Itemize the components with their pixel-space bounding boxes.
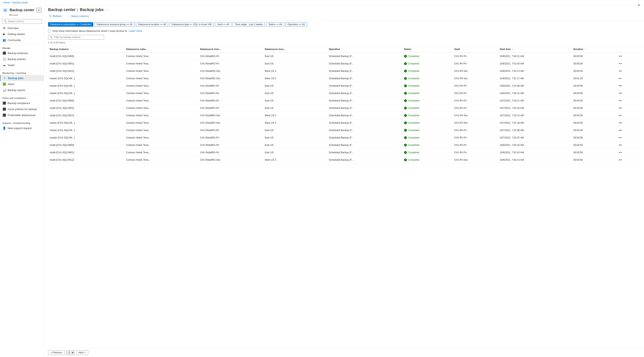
page-select[interactable]: 123456	[66, 350, 74, 355]
row-more-button[interactable]: •••	[618, 150, 623, 155]
sidebar-item-vaults[interactable]: ☁ Vaults	[0, 62, 44, 68]
sidebar-collapse-button[interactable]: «	[36, 8, 42, 13]
close-button[interactable]: ×	[638, 3, 640, 8]
filter-pill-vault[interactable]: Vault == All	[215, 22, 231, 26]
sidebar-item-overview[interactable]: ⊞ Overview	[0, 25, 44, 31]
actions-cell[interactable]: •••	[616, 60, 640, 68]
sidebar-item-backup-jobs[interactable]: ≡ Backup jobs	[0, 75, 44, 81]
select-columns-button[interactable]: → Select columns	[66, 14, 90, 18]
actions-cell[interactable]: •••	[616, 112, 640, 119]
sidebar-item-azure-policies[interactable]: ⬛ Azure policies for backup	[0, 106, 44, 112]
row-more-button[interactable]: •••	[618, 143, 623, 147]
table-row[interactable]: msdb [CH1-SQLVM01]Contoso Hotels Tena...…	[48, 149, 640, 156]
refresh-button[interactable]: ↻ Refresh	[48, 14, 63, 18]
actions-cell[interactable]: •••	[616, 82, 640, 90]
sidebar-search-box[interactable]: 🔍	[2, 19, 42, 24]
row-more-button[interactable]: •••	[618, 136, 623, 140]
actions-cell[interactable]: •••	[616, 127, 640, 134]
sidebar-item-getting-started[interactable]: ▶ Getting started	[0, 31, 44, 37]
sidebar-item-new-support-request[interactable]: 👤 New support request	[0, 125, 44, 131]
previous-page-button[interactable]: < Previous	[48, 350, 65, 355]
table-row[interactable]: msdb [CH1-SQLVM12]Contoso Hotels Tena...…	[48, 112, 640, 119]
actions-cell[interactable]: •••	[616, 104, 640, 112]
table-row[interactable]: msdb [CH1-SQLVM00]Contoso Hotels Tena...…	[48, 142, 640, 149]
table-row[interactable]: master [CH1-SQLVM...]Contoso Hotels Tena…	[48, 134, 640, 142]
datasource-reso-cell: CH1-RetailRG-Pri	[198, 104, 263, 112]
datasource-subs-cell: Contoso Hotels Tena...	[124, 104, 198, 112]
breadcrumb-current[interactable]: Backup center	[12, 1, 28, 4]
datasource-loca-cell: West US 2	[263, 68, 327, 75]
col-header-datasource-subs: Datasource subs...	[124, 46, 198, 52]
sidebar-item-backup-compliance[interactable]: ⬛ Backup compliance	[0, 100, 44, 106]
col-header-duration[interactable]: Duration ↑↓	[572, 46, 616, 52]
sidebar-search-input[interactable]	[8, 20, 40, 23]
table-row[interactable]: master [CH1-SQLVM...]Contoso Hotels Tena…	[48, 75, 640, 82]
actions-cell[interactable]: •••	[616, 134, 640, 142]
completed-icon: ✓	[404, 99, 407, 102]
row-more-button[interactable]: •••	[618, 98, 623, 103]
ellipsis-button[interactable]: ···	[105, 8, 108, 12]
actions-cell[interactable]: •••	[616, 75, 640, 82]
actions-cell[interactable]: •••	[616, 68, 640, 75]
table-row[interactable]: msdb [CH1-SQLVM12]Contoso Hotels Tena...…	[48, 156, 640, 164]
backup-instance-search-input[interactable]	[54, 36, 102, 38]
sidebar-item-community[interactable]: 👥 Community	[0, 37, 44, 43]
nav-divider	[0, 119, 44, 119]
sidebar-item-backup-policies[interactable]: 📋 Backup policies	[0, 56, 44, 62]
sort-icon: ↑↓	[512, 48, 514, 50]
row-more-button[interactable]: •••	[618, 113, 623, 118]
actions-cell[interactable]: •••	[616, 149, 640, 156]
sidebar-item-backup-instances[interactable]: ⬛ Backup instances	[0, 50, 44, 56]
datasource-loca-cell: East US	[263, 142, 327, 149]
filter-pill-datasource-resource-group[interactable]: Datasource resource group == All	[94, 22, 135, 26]
datasource-loca-cell: East US	[263, 127, 327, 134]
table-row[interactable]: msdb [CH1-SQLVM12]Contoso Hotels Tena...…	[48, 68, 640, 75]
status-badge: ✓Completed	[404, 114, 451, 117]
table-row[interactable]: master [CH1-SQLVM...]Contoso Hotels Tena…	[48, 119, 640, 127]
row-more-button[interactable]: •••	[618, 54, 623, 58]
actions-cell[interactable]: •••	[616, 119, 640, 127]
filter-pill-time-range[interactable]: Time range : Last 2 weeks	[232, 22, 265, 26]
col-header-backup-instance[interactable]: Backup instance ↑↓	[48, 46, 124, 52]
learn-more-link[interactable]: Learn more.	[129, 30, 143, 32]
actions-cell[interactable]: •••	[616, 156, 640, 164]
sidebar-item-protectable-datasources[interactable]: ⬛ Protectable datasources	[0, 112, 44, 118]
row-more-button[interactable]: •••	[618, 69, 623, 73]
actions-cell[interactable]: •••	[616, 97, 640, 104]
next-page-button[interactable]: Next >	[76, 350, 88, 355]
datasource-subs-cell: Contoso Hotels Tena...	[124, 119, 198, 127]
row-more-button[interactable]: •••	[618, 62, 623, 66]
table-row[interactable]: msdb [CH1-SQLVM01]Contoso Hotels Tena...…	[48, 104, 640, 112]
row-more-button[interactable]: •••	[618, 84, 623, 88]
row-more-button[interactable]: •••	[618, 106, 623, 110]
col-header-start-time[interactable]: Start time ↑↓	[498, 46, 572, 52]
sidebar-brand: Microsoft	[0, 14, 44, 16]
vault-cell: CH1-RV-Pri	[452, 82, 498, 90]
actions-cell[interactable]: •••	[616, 90, 640, 97]
row-more-button[interactable]: •••	[618, 76, 623, 81]
row-more-button[interactable]: •••	[618, 158, 623, 162]
table-row[interactable]: msdb [CH1-SQLVM01]Contoso Hotels Tena...…	[48, 60, 640, 68]
filter-pill-datasource-subscription[interactable]: Datasource subscription == 3 selected	[48, 22, 93, 26]
actions-cell[interactable]: •••	[616, 52, 640, 60]
table-row[interactable]: master [CH1-SQLVM...]Contoso Hotels Tena…	[48, 82, 640, 90]
table-row[interactable]: msdb [CH1-SQLVM00]Contoso Hotels Tena...…	[48, 97, 640, 104]
filter-pill-status[interactable]: Status == All	[266, 22, 284, 26]
backup-instance-search[interactable]: 🔍	[48, 35, 104, 40]
backup-instance-cell: msdb [CH1-SQLVM00]	[48, 97, 124, 104]
filter-pill-datasource-type[interactable]: Datasource type == SQL in Azure VM	[169, 22, 214, 26]
sidebar-item-backup-reports[interactable]: 📊 Backup reports	[0, 87, 44, 93]
actions-cell[interactable]: •••	[616, 142, 640, 149]
table-row[interactable]: master [CH1-SQLVM...]Contoso Hotels Tena…	[48, 127, 640, 134]
access-checkbox[interactable]	[48, 30, 51, 32]
filter-pill-operation[interactable]: Operation == All	[286, 22, 307, 26]
row-more-button[interactable]: •••	[618, 128, 623, 132]
datasource-reso-cell: CH1-RetailRG-Pri	[198, 127, 263, 134]
filter-pill-datasource-location[interactable]: Datasource location == All	[136, 22, 168, 26]
breadcrumb-home[interactable]: Home	[3, 1, 10, 4]
sidebar-item-alerts[interactable]: 🟩 Alerts	[0, 81, 44, 87]
row-more-button[interactable]: •••	[618, 121, 623, 125]
table-row[interactable]: msdb [CH1-SQLVM00]Contoso Hotels Tena...…	[48, 52, 640, 60]
row-more-button[interactable]: •••	[618, 91, 623, 96]
table-row[interactable]: master [CH1-SQLVM...]Contoso Hotels Tena…	[48, 90, 640, 97]
